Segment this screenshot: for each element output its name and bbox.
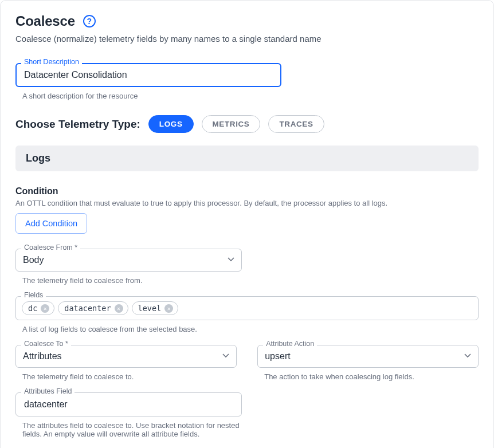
page-description: Coalesce (normalize) telemetry fields by…: [15, 34, 479, 44]
coalesce-panel: Coalesce ? Coalesce (normalize) telemetr…: [0, 0, 494, 448]
condition-title: Condition: [15, 186, 479, 197]
attribute-action-helper: The action to take when coalescing log f…: [264, 372, 479, 381]
short-description-input[interactable]: [23, 69, 274, 81]
attribute-action-value: upsert: [265, 351, 290, 361]
field-chip: datacenter ✕: [58, 301, 128, 315]
fields-label: Fields: [21, 291, 46, 299]
section-header-logs: Logs: [15, 146, 479, 171]
telemetry-type-label: Choose Telemetry Type:: [15, 118, 140, 131]
fields-field: Fields dc ✕ datacenter ✕ level ✕: [15, 296, 479, 320]
attribute-action-label: Attribute Action: [263, 340, 317, 348]
field-chip-label: datacenter: [64, 304, 111, 313]
attributes-field-helper: The attributes field to coalesce to. Use…: [22, 421, 249, 438]
chip-remove-icon[interactable]: ✕: [164, 304, 173, 313]
field-chip-label: dc: [28, 304, 37, 313]
chip-remove-icon[interactable]: ✕: [41, 304, 49, 313]
field-chip: level ✕: [132, 301, 179, 315]
attribute-action-field: Attribute Action upsert: [257, 345, 479, 368]
telemetry-pill-traces[interactable]: TRACES: [268, 115, 324, 133]
chevron-down-icon: [228, 257, 233, 263]
condition-description: An OTTL condition that must evaluate to …: [15, 199, 479, 207]
coalesce-to-field: Coalesce To * Attributes: [15, 345, 237, 368]
coalesce-from-helper: The telemetry field to coalesce from.: [22, 276, 479, 285]
short-description-field: Short Description: [15, 63, 281, 87]
telemetry-pill-metrics[interactable]: METRICS: [202, 115, 261, 133]
attribute-action-select[interactable]: upsert: [257, 345, 479, 368]
chevron-down-icon: [464, 353, 470, 359]
coalesce-from-value: Body: [23, 255, 44, 265]
short-description-label: Short Description: [21, 58, 82, 66]
coalesce-from-select[interactable]: Body: [15, 249, 242, 272]
coalesce-to-label: Coalesce To *: [21, 340, 71, 348]
coalesce-from-label: Coalesce From *: [21, 243, 80, 251]
add-condition-button[interactable]: Add Condition: [15, 213, 87, 234]
help-icon[interactable]: ?: [83, 15, 96, 27]
fields-input-area[interactable]: dc ✕ datacenter ✕ level ✕: [15, 296, 479, 320]
page-title: Coalesce: [15, 13, 75, 29]
coalesce-from-field: Coalesce From * Body: [15, 249, 242, 272]
chevron-down-icon: [222, 353, 228, 359]
coalesce-to-value: Attributes: [23, 351, 62, 361]
telemetry-pill-logs[interactable]: LOGS: [148, 115, 194, 133]
short-description-helper: A short description for the resource: [22, 92, 479, 100]
telemetry-type-row: Choose Telemetry Type: LOGS METRICS TRAC…: [15, 115, 479, 133]
attributes-field-field: Attributes Field: [15, 392, 242, 416]
fields-helper: A list of log fields to coalesce from th…: [22, 325, 479, 333]
coalesce-to-helper: The telemetry field to coalesce to.: [22, 372, 237, 381]
chip-remove-icon[interactable]: ✕: [115, 304, 123, 313]
field-chip: dc ✕: [22, 301, 54, 315]
attributes-field-label: Attributes Field: [21, 387, 75, 395]
field-chip-label: level: [138, 304, 162, 313]
attributes-field-input[interactable]: [23, 399, 234, 410]
coalesce-to-select[interactable]: Attributes: [15, 345, 237, 368]
